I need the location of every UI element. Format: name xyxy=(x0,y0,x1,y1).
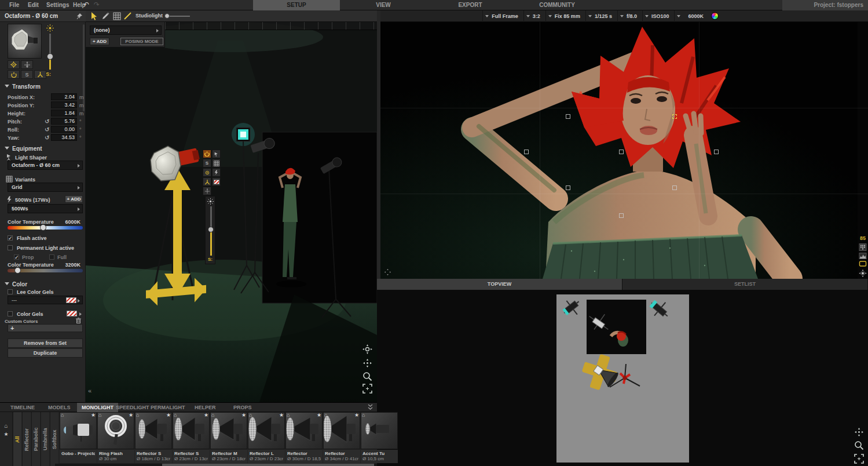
add-custom-color-button[interactable]: + xyxy=(8,324,83,332)
tab-community[interactable]: COMMUNITY xyxy=(514,0,600,10)
remove-from-set-button[interactable]: Remove from Set xyxy=(8,338,83,348)
studiolight-slider-handle[interactable] xyxy=(164,13,170,19)
transform-section-header[interactable]: Transform xyxy=(5,83,41,90)
quick-shaper-button[interactable] xyxy=(212,150,221,158)
frame-overlay-icon[interactable] xyxy=(859,261,867,267)
af-grid-icon[interactable] xyxy=(859,243,867,251)
position-x-field[interactable]: 2.04 xyxy=(51,93,77,100)
star-icon[interactable]: ★ xyxy=(241,412,246,418)
library-item-accent-tube[interactable]: ⌂ Accent Tu Ø 10,5 cm xyxy=(361,412,398,463)
height-field[interactable]: 1.84 xyxy=(51,110,77,116)
position-y-field[interactable]: 3.42 xyxy=(51,101,77,108)
shutter-dropdown[interactable]: 1/125 s xyxy=(585,10,617,22)
yaw-reset-icon[interactable]: ↺ xyxy=(45,135,49,141)
quick-variants-button[interactable] xyxy=(212,159,221,168)
tab-timeline[interactable]: TIMELINE xyxy=(6,403,39,412)
white-balance-dropdown[interactable]: 6000K xyxy=(674,10,709,22)
collapse-panel-icon[interactable]: « xyxy=(88,387,91,394)
permanent-light-checkbox[interactable] xyxy=(8,245,13,250)
color-gel-swatch[interactable] xyxy=(67,311,77,316)
category-all[interactable]: All xyxy=(13,412,21,466)
quick-stand-button[interactable] xyxy=(203,177,211,186)
star-icon[interactable]: ★ xyxy=(279,412,284,418)
float-slider-handle[interactable] xyxy=(208,227,214,232)
grid-tool-icon[interactable] xyxy=(113,12,121,20)
topview-zoom-icon[interactable] xyxy=(854,440,864,450)
topview-pan-icon[interactable] xyxy=(854,427,864,437)
studio-scene-canvas[interactable] xyxy=(86,22,377,402)
color-section-header[interactable]: Color xyxy=(5,281,27,287)
flash-active-checkbox[interactable]: ✓ xyxy=(8,235,13,241)
studio-3d-viewport[interactable]: Studiolight (none) + ADD POSING MODE S xyxy=(86,10,377,402)
float-slider-track[interactable] xyxy=(210,206,212,228)
light-power-button[interactable] xyxy=(8,70,20,79)
color-gels-checkbox[interactable] xyxy=(8,311,13,316)
library-scrollbar-thumb[interactable] xyxy=(162,464,374,466)
tab-setup[interactable]: SETUP xyxy=(253,0,340,10)
measure-tool-icon[interactable] xyxy=(124,12,131,20)
prop-checkbox[interactable]: ✓ xyxy=(14,254,19,260)
iso-dropdown[interactable]: ISO100 xyxy=(642,10,675,22)
power-slider-handle[interactable] xyxy=(47,53,53,60)
add-pose-button[interactable]: + ADD xyxy=(90,38,109,45)
histogram-icon[interactable] xyxy=(859,253,867,259)
equipment-section-header[interactable]: Equipment xyxy=(5,145,42,152)
library-item-reflector-34[interactable]: ⌂ ★ Reflector Ø 34cm / D 41cm xyxy=(323,412,360,463)
topview-scene[interactable] xyxy=(377,290,868,466)
tab-helper[interactable]: HELPER xyxy=(190,403,221,412)
af-point[interactable] xyxy=(524,150,529,154)
light-shaper-dropdown[interactable]: Octaform - Ø 60 cm xyxy=(8,161,83,170)
home-filter-icon[interactable]: ⌂ xyxy=(0,423,12,429)
collapse-panel-icon[interactable] xyxy=(367,404,373,410)
library-item-reflector-s1[interactable]: ⌂ ★ Reflector S Ø 18cm / D 13cm xyxy=(135,412,172,463)
zoom-icon[interactable] xyxy=(362,372,372,381)
category-softbox[interactable]: Softbox xyxy=(50,412,58,466)
aperture-dropdown[interactable]: f/8.0 xyxy=(617,10,642,22)
camera-pan-pad-icon[interactable] xyxy=(859,269,867,278)
yaw-field[interactable]: 34.53 xyxy=(51,134,77,141)
quick-move-button[interactable] xyxy=(203,187,211,195)
tab-props[interactable]: PROPS xyxy=(229,403,257,412)
tab-models[interactable]: MODELS xyxy=(43,403,75,412)
quick-target-button[interactable] xyxy=(203,168,211,177)
lee-gels-checkbox[interactable] xyxy=(8,289,13,294)
library-item-reflector-l[interactable]: ⌂ ★ Reflector L Ø 23cm / D 23cm xyxy=(248,412,285,463)
mini-pan-icon[interactable] xyxy=(384,268,391,276)
library-item-ring-flash[interactable]: ⌂ ★ Ring Flash Ø 30 cm xyxy=(97,412,134,463)
orbit-icon[interactable] xyxy=(362,344,372,354)
af-point[interactable] xyxy=(566,185,570,190)
menu-edit[interactable]: Edit xyxy=(24,0,42,10)
full-checkbox[interactable] xyxy=(49,254,54,260)
topview-canvas[interactable] xyxy=(377,290,868,466)
lee-gels-dropdown[interactable]: --- xyxy=(8,296,83,304)
color-temp-slider[interactable] xyxy=(8,226,83,230)
tab-view[interactable]: VIEW xyxy=(340,0,427,10)
library-item-reflector-30[interactable]: ⌂ ★ Reflector Ø 30cm / D 18,5cm xyxy=(285,412,323,463)
pencil-tool-icon[interactable] xyxy=(102,12,109,20)
af-point[interactable] xyxy=(714,150,719,154)
target-light-button[interactable] xyxy=(8,60,20,69)
color-temp2-slider-handle[interactable] xyxy=(14,267,21,274)
color-picker-icon[interactable] xyxy=(711,12,719,20)
roll-field[interactable]: 0.00 xyxy=(51,126,77,133)
star-icon[interactable]: ★ xyxy=(204,412,208,418)
duplicate-button[interactable]: Duplicate xyxy=(8,348,83,358)
quick-solo-button[interactable]: S xyxy=(203,159,211,168)
af-point[interactable] xyxy=(672,185,677,190)
star-icon[interactable]: ★ xyxy=(317,412,321,418)
color-temp-slider-handle[interactable] xyxy=(40,224,46,231)
star-icon[interactable]: ★ xyxy=(166,412,171,418)
quick-flash-button[interactable] xyxy=(212,168,221,177)
add-power-button[interactable]: + ADD xyxy=(65,195,83,203)
pin-icon[interactable] xyxy=(76,13,83,20)
pose-preset-dropdown[interactable]: (none) xyxy=(90,26,162,35)
tab-permalight[interactable]: PERMALIGHT xyxy=(146,403,190,412)
color-temp2-slider[interactable] xyxy=(8,269,83,272)
quick-power-button[interactable] xyxy=(203,150,211,158)
library-item-gobo-projector[interactable]: ⌂ ★ Gobo - Projector xyxy=(60,412,97,463)
library-scrollbar-track[interactable] xyxy=(55,464,377,466)
af-point-active[interactable] xyxy=(672,114,677,119)
sensor-format-dropdown[interactable]: Full Frame xyxy=(482,10,523,22)
star-icon[interactable]: ★ xyxy=(91,412,96,418)
af-point[interactable] xyxy=(619,150,624,154)
